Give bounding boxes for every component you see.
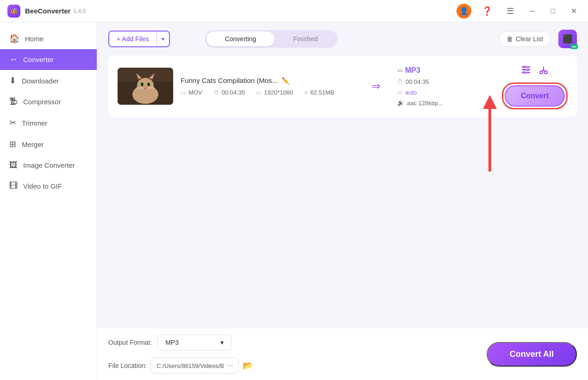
sidebar-label-image-converter: Image Converter	[23, 161, 75, 169]
format-select-chevron: ▾	[220, 339, 224, 346]
help-icon[interactable]: ❓	[480, 4, 494, 19]
location-row: File Location: C:/Users/86159/Videos/B ·…	[108, 358, 477, 374]
output-audio-value: aac 128kbp...	[407, 100, 443, 107]
hardware-on-badge: on	[570, 44, 578, 49]
svg-point-3	[137, 78, 154, 93]
minimize-button[interactable]: ─	[526, 5, 538, 17]
sidebar-label-downloader: Downloader	[22, 77, 59, 85]
clear-list-button[interactable]: 🗑 Clear List	[499, 31, 551, 47]
output-clock-icon: ⏱	[397, 78, 403, 85]
bottom-left: Output Format: MP3 ▾ File Location: C:/U…	[108, 335, 477, 374]
output-res-icon: ▭	[397, 89, 402, 95]
window-controls: 👤 ❓ ☰ ─ □ ✕	[457, 4, 581, 19]
source-format: ▭ MOV	[181, 89, 202, 96]
add-files-main-label: + Add Files	[109, 32, 156, 46]
maximize-button[interactable]: □	[547, 5, 559, 17]
format-icon: ▭	[181, 89, 186, 96]
svg-point-20	[523, 66, 525, 68]
cat-image	[118, 68, 173, 105]
hardware-acceleration-button[interactable]: ⬛ on	[558, 30, 577, 48]
output-format-label: Output Format:	[108, 339, 152, 346]
bottom-bar: Output Format: MP3 ▾ File Location: C:/U…	[97, 328, 588, 380]
add-files-dropdown[interactable]: ▾	[156, 32, 169, 46]
direction-arrow: ⇒	[362, 80, 390, 93]
tab-converting[interactable]: Converting	[206, 32, 275, 46]
audio-icon: 🔊	[397, 100, 404, 106]
clear-list-label: Clear List	[516, 35, 543, 43]
sidebar-label-video-to-gif: Video to GIF	[23, 182, 62, 190]
settings-svg	[521, 65, 531, 75]
file-thumbnail	[118, 68, 173, 105]
format-select[interactable]: MP3 ▾	[157, 335, 231, 350]
converter-icon: ↔	[9, 55, 18, 64]
location-path-value: C:/Users/86159/Videos/B	[156, 362, 224, 369]
convert-button[interactable]: Convert	[505, 85, 565, 107]
file-list-area: Funny Cats Compilation (Mos... ✏️ ▭ MOV …	[97, 56, 588, 328]
sidebar-item-video-to-gif[interactable]: 🎞 Video to GIF	[0, 176, 97, 196]
svg-line-26	[544, 70, 545, 71]
size-icon: ≡	[304, 89, 307, 96]
chip-icon: ⬛	[563, 34, 573, 44]
tab-finished[interactable]: Finished	[275, 32, 336, 46]
clock-icon: ⏱	[213, 89, 219, 96]
output-duration-value: 00:04:35	[406, 78, 429, 85]
cut-action-icon[interactable]	[537, 63, 550, 77]
profile-icon[interactable]: 👤	[457, 4, 471, 19]
right-arrow-icon: ⇒	[371, 80, 381, 93]
trash-icon: 🗑	[507, 35, 513, 43]
file-item-container: Funny Cats Compilation (Mos... ✏️ ▭ MOV …	[108, 56, 577, 117]
output-resolution: ▭ auto	[397, 89, 490, 96]
scissors-svg	[538, 65, 549, 75]
app-version: 1.4.0	[73, 8, 86, 14]
sidebar-item-merger[interactable]: ⊞ Merger	[0, 133, 97, 155]
convert-all-button[interactable]: Convert All	[487, 342, 577, 367]
file-name: Funny Cats Compilation (Mos...	[181, 76, 278, 84]
convert-button-area: Convert	[502, 63, 568, 109]
menu-icon[interactable]: ☰	[503, 4, 518, 19]
output-duration: ⏱ 00:04:35	[397, 78, 490, 85]
output-info: ▭ MP3 ⏱ 00:04:35 ▭ auto 🔊	[397, 66, 490, 107]
sidebar-label-compressor: Compressor	[23, 98, 61, 106]
content-area: + Add Files ▾ Converting Finished 🗑 Clea…	[97, 22, 588, 380]
titlebar: 🐝 BeeConverter 1.4.0 👤 ❓ ☰ ─ □ ✕	[0, 0, 588, 22]
sidebar-item-compressor[interactable]: 🗜 Compressor	[0, 91, 97, 112]
output-audio: 🔊 aac 128kbp...	[397, 100, 490, 107]
sidebar-item-home[interactable]: 🏠 Home	[0, 28, 97, 49]
svg-point-11	[148, 83, 150, 86]
source-duration-value: 00:04:35	[222, 89, 245, 96]
video-gif-icon: 🎞	[9, 181, 18, 191]
format-row: Output Format: MP3 ▾	[108, 335, 477, 350]
settings-action-icon[interactable]	[519, 63, 533, 77]
sidebar-item-image-converter[interactable]: 🖼 Image Converter	[0, 155, 97, 176]
home-icon: 🏠	[9, 33, 19, 44]
sidebar-item-downloader[interactable]: ⬇ Downloader	[0, 70, 97, 91]
location-dots[interactable]: ···	[227, 361, 233, 370]
output-format-row: ▭ MP3	[397, 66, 490, 75]
image-converter-icon: 🖼	[9, 160, 18, 170]
toolbar: + Add Files ▾ Converting Finished 🗑 Clea…	[97, 22, 588, 56]
sidebar-item-trimmer[interactable]: ✂ Trimmer	[0, 112, 97, 133]
add-files-button[interactable]: + Add Files ▾	[108, 31, 170, 47]
svg-point-21	[527, 69, 529, 71]
main-layout: 🏠 Home ↔ Converter ⬇ Downloader 🗜 Compre…	[0, 22, 588, 380]
source-duration: ⏱ 00:04:35	[213, 89, 245, 96]
location-path: C:/Users/86159/Videos/B ···	[150, 358, 239, 374]
merger-icon: ⊞	[9, 139, 16, 149]
sidebar-label-trimmer: Trimmer	[22, 119, 47, 127]
item-action-icons	[519, 63, 550, 77]
source-size: ≡ 62.51MB	[304, 89, 334, 96]
sidebar-label-converter: Converter	[23, 56, 54, 63]
close-button[interactable]: ✕	[567, 5, 581, 17]
format-select-value: MP3	[165, 339, 179, 346]
source-format-value: MOV	[188, 89, 202, 96]
source-resolution-value: 1920*1080	[264, 89, 293, 96]
svg-point-10	[141, 83, 143, 86]
sidebar-item-converter[interactable]: ↔ Converter	[0, 49, 97, 70]
sidebar-label-home: Home	[25, 35, 44, 43]
res-icon: ▭	[256, 89, 261, 96]
file-name-row: Funny Cats Compilation (Mos... ✏️	[181, 76, 355, 84]
folder-icon[interactable]: 📂	[243, 361, 253, 371]
trimmer-icon: ✂	[9, 118, 16, 128]
edit-name-icon[interactable]: ✏️	[281, 77, 289, 84]
output-format-value: MP3	[405, 66, 420, 75]
